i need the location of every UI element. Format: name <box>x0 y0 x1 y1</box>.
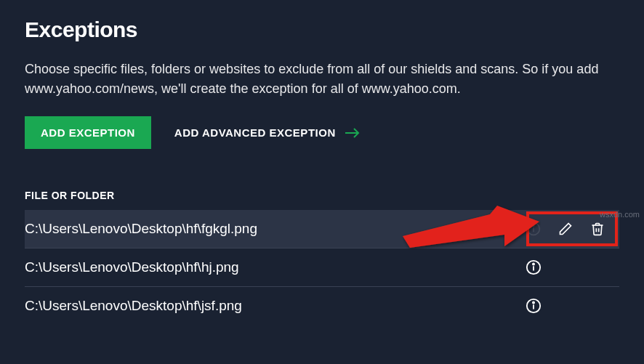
exceptions-list: C:\Users\Lenovo\Desktop\hf\fgkgl.png C:\… <box>25 210 619 325</box>
svg-point-7 <box>533 263 534 264</box>
info-icon[interactable] <box>525 297 542 315</box>
row-path: C:\Users\Lenovo\Desktop\hf\jsf.png <box>25 298 525 314</box>
table-row[interactable]: C:\Users\Lenovo\Desktop\hf\jsf.png <box>25 287 619 325</box>
row-actions <box>525 259 612 276</box>
page-title: Exceptions <box>25 17 619 42</box>
add-advanced-label: ADD ADVANCED EXCEPTION <box>174 126 336 139</box>
row-actions <box>525 297 612 315</box>
table-row[interactable]: C:\Users\Lenovo\Desktop\hf\fgkgl.png <box>25 210 619 248</box>
description-text: Choose specific files, folders or websit… <box>25 60 606 99</box>
arrow-right-icon <box>345 128 361 138</box>
svg-point-3 <box>533 225 534 227</box>
info-icon[interactable] <box>525 220 542 238</box>
row-actions <box>525 220 612 238</box>
info-icon[interactable] <box>525 259 542 276</box>
svg-point-10 <box>533 302 534 303</box>
edit-icon[interactable] <box>557 220 574 238</box>
watermark-text: wsxdn.com <box>600 210 640 219</box>
section-label: FILE OR FOLDER <box>25 190 619 201</box>
add-advanced-exception-button[interactable]: ADD ADVANCED EXCEPTION <box>174 126 361 139</box>
row-path: C:\Users\Lenovo\Desktop\hf\hj.png <box>25 259 525 275</box>
button-row: ADD EXCEPTION ADD ADVANCED EXCEPTION <box>25 116 619 149</box>
add-exception-button[interactable]: ADD EXCEPTION <box>25 116 151 149</box>
table-row[interactable]: C:\Users\Lenovo\Desktop\hf\hj.png <box>25 248 619 287</box>
trash-icon[interactable] <box>589 220 606 238</box>
row-path: C:\Users\Lenovo\Desktop\hf\fgkgl.png <box>25 221 525 237</box>
